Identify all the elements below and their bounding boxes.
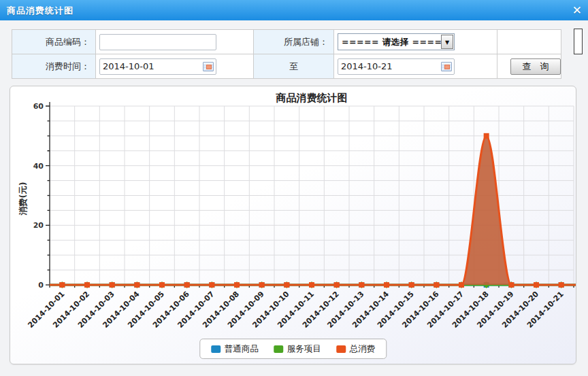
date-from-input[interactable]: [99, 58, 216, 75]
calendar-icon[interactable]: [441, 62, 452, 71]
close-icon[interactable]: ✕: [572, 3, 582, 18]
to-label: 至: [254, 54, 334, 79]
y-axis-labels: 0204060: [33, 102, 44, 290]
legend-item: 服务项目: [274, 343, 321, 355]
legend-swatch: [211, 345, 220, 353]
svg-text:40: 40: [33, 162, 44, 171]
window-title: 商品消费统计图: [7, 5, 74, 17]
consumption-chart: 商品消费统计图 消费(元) 02040602014-10-012014-10-0…: [10, 86, 576, 364]
window-titlebar: 商品消费统计图 ✕: [0, 0, 588, 20]
calendar-icon[interactable]: [203, 62, 214, 71]
time-label: 消费时间：: [12, 54, 96, 79]
chevron-down-icon[interactable]: ▼: [441, 35, 453, 49]
shop-label: 所属店铺：: [254, 30, 334, 54]
svg-text:20: 20: [33, 221, 44, 230]
legend-item: 普通商品: [211, 343, 259, 355]
scrollbar-thumb[interactable]: [574, 29, 583, 54]
chart-legend: 普通商品 服务项目 总消费: [199, 339, 387, 359]
shop-select[interactable]: ===== 请选择 ===== ▼: [338, 33, 455, 50]
svg-text:60: 60: [33, 102, 44, 111]
shop-select-value: ===== 请选择 =====: [342, 37, 449, 48]
legend-label: 普通商品: [225, 343, 259, 355]
legend-swatch: [274, 345, 283, 353]
product-code-input[interactable]: [99, 34, 216, 50]
chart-title: 商品消费统计图: [276, 92, 348, 104]
y-axis-title: 消费(元): [18, 182, 28, 216]
svg-text:0: 0: [38, 281, 44, 290]
empty-cell: [497, 30, 561, 54]
search-form: 商品编码： 所属店铺： ===== 请选择 ===== ▼ 消费时间： 至: [12, 29, 561, 79]
x-axis-labels: 2014-10-012014-10-022014-10-032014-10-04…: [26, 290, 565, 330]
search-button[interactable]: 查 询: [510, 58, 561, 75]
legend-item: 总消费: [336, 343, 376, 355]
product-code-label: 商品编码：: [12, 30, 96, 54]
chart-panel: 商品消费统计图 消费(元) 02040602014-10-012014-10-0…: [10, 86, 576, 364]
legend-label: 总消费: [350, 343, 376, 355]
legend-swatch: [336, 345, 346, 353]
legend-label: 服务项目: [287, 343, 321, 355]
date-to-input[interactable]: [338, 58, 455, 75]
